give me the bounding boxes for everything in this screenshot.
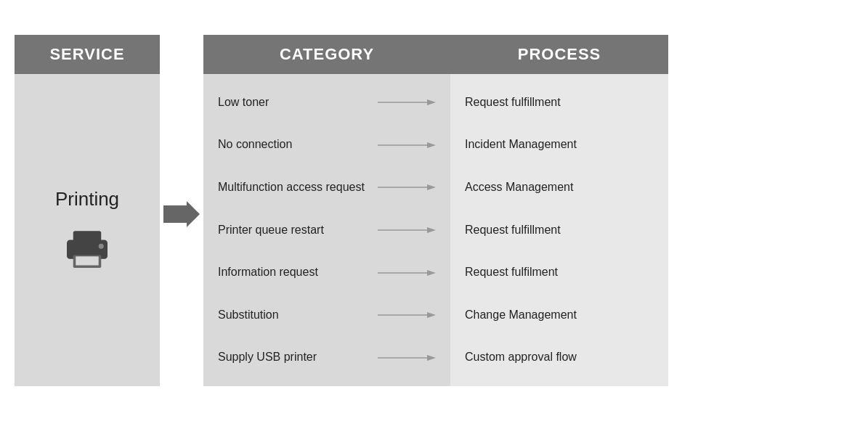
process-item-3: Request fulfillment: [465, 217, 654, 244]
category-item-3: Printer queue restart: [218, 223, 370, 238]
process-item-5: Change Management: [465, 302, 654, 329]
category-item-4: Information request: [218, 265, 370, 280]
svg-marker-9: [427, 142, 436, 148]
diagram: SERVICE Printing CATEGORY: [0, 20, 868, 401]
svg-marker-5: [163, 201, 200, 227]
category-row-2: Multifunction access request: [218, 174, 436, 201]
arrow-1: [378, 139, 436, 151]
service-label: Printing: [55, 188, 119, 210]
service-block: SERVICE Printing: [15, 35, 160, 386]
category-row-3: Printer queue restart: [218, 217, 436, 244]
process-header: PROCESS: [450, 35, 668, 74]
process-body: Request fulfillment Incident Management …: [450, 74, 668, 386]
category-row-6: Supply USB printer: [218, 344, 436, 371]
svg-marker-15: [427, 270, 436, 276]
process-item-0: Request fulfillment: [465, 89, 654, 116]
svg-marker-7: [427, 99, 436, 105]
category-item-5: Substitution: [218, 308, 370, 323]
category-block: CATEGORY Low toner No connection Multifu…: [203, 35, 450, 386]
svg-marker-13: [427, 227, 436, 233]
service-body: Printing: [15, 74, 160, 386]
category-item-1: No connection: [218, 137, 370, 152]
service-header: SERVICE: [15, 35, 160, 74]
process-item-4: Request fulfilment: [465, 259, 654, 286]
category-row-1: No connection: [218, 131, 436, 158]
svg-marker-19: [427, 355, 436, 361]
category-row-4: Information request: [218, 259, 436, 286]
svg-marker-11: [427, 184, 436, 190]
svg-rect-1: [73, 231, 102, 242]
category-item-0: Low toner: [218, 95, 370, 110]
service-to-category-arrow: [160, 201, 203, 227]
arrow-2: [378, 181, 436, 193]
arrow-0: [378, 97, 436, 108]
category-item-6: Supply USB printer: [218, 350, 370, 365]
arrow-4: [378, 267, 436, 279]
category-item-2: Multifunction access request: [218, 180, 370, 195]
category-row-0: Low toner: [218, 89, 436, 116]
category-row-5: Substitution: [218, 302, 436, 329]
category-header: CATEGORY: [203, 35, 450, 74]
svg-rect-3: [76, 256, 99, 265]
category-body: Low toner No connection Multifunction ac…: [203, 74, 450, 386]
arrow-6: [378, 352, 436, 364]
process-item-6: Custom approval flow: [465, 344, 654, 371]
printer-icon: [62, 222, 113, 273]
arrow-3: [378, 224, 436, 236]
process-item-1: Incident Management: [465, 131, 654, 158]
process-block: PROCESS Request fulfillment Incident Man…: [450, 35, 668, 386]
svg-marker-17: [427, 312, 436, 318]
svg-point-4: [99, 243, 104, 248]
arrow-5: [378, 309, 436, 321]
process-item-2: Access Management: [465, 174, 654, 201]
